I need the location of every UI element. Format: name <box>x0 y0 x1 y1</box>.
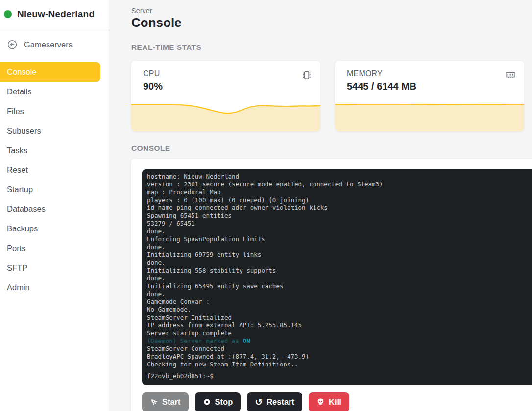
arrow-left-circle-icon <box>7 39 18 50</box>
sidebar-item-tasks[interactable]: Tasks <box>0 140 109 160</box>
console-line: Enforcing SpawnPopulation Limits <box>147 235 532 243</box>
sidebar-nav: ConsoleDetailsFilesSubusersTasksResetSta… <box>0 62 109 297</box>
console-line: id name ping connected addr owner violat… <box>147 204 532 212</box>
rocket-icon <box>150 398 158 406</box>
stop-icon <box>203 398 211 406</box>
console-section-title: CONSOLE <box>131 144 532 153</box>
console-line: Server startup complete <box>147 329 532 337</box>
stat-card-memory: MEMORY5445 / 6144 MB <box>335 61 524 131</box>
sidebar-item-ports[interactable]: Ports <box>0 238 109 258</box>
console-line: Gamemode Convar : <box>147 298 532 306</box>
stop-button[interactable]: Stop <box>195 392 241 411</box>
sidebar-item-reset[interactable]: Reset <box>0 160 109 180</box>
sidebar-item-admin[interactable]: Admin <box>0 277 109 297</box>
sidebar: Nieuw-Nederland Gameservers ConsoleDetai… <box>0 0 109 411</box>
console-line: done. <box>147 228 532 235</box>
console-line: done. <box>147 290 532 298</box>
console-line: Spawning 65451 entities <box>147 212 532 220</box>
back-to-gameservers-link[interactable]: Gameservers <box>0 28 109 50</box>
console-card: hostname: Nieuw-Nederlandversion : 2301 … <box>131 159 532 411</box>
sparkline-chart <box>335 103 524 131</box>
console-line: done. <box>147 243 532 251</box>
back-link-label: Gameservers <box>24 40 73 49</box>
console-line: done. <box>147 259 532 267</box>
console-line: Checking for new Steam Item Definitions.… <box>147 361 532 368</box>
skull-icon <box>316 398 325 406</box>
console-line: (Daemon) Server marked as ON <box>147 337 532 345</box>
start-button[interactable]: Start <box>142 392 189 411</box>
console-line: SteamServer Connected <box>147 345 532 353</box>
page-title: Console <box>131 16 532 30</box>
restart-button[interactable]: ↺Restart <box>247 392 302 411</box>
sidebar-item-files[interactable]: Files <box>0 101 109 121</box>
sidebar-item-startup[interactable]: Startup <box>0 180 109 199</box>
stat-card-label: MEMORY <box>347 69 416 78</box>
console-line: players : 0 (100 max) (0 queued) (0 join… <box>147 196 532 204</box>
sidebar-item-databases[interactable]: Databases <box>0 199 109 219</box>
console-line: Initializing 69759 entity links <box>147 251 532 259</box>
console-line: IP address from external API: 5.255.85.1… <box>147 321 532 329</box>
terminal-output: hostname: Nieuw-Nederlandversion : 2301 … <box>147 173 532 368</box>
stat-card-label: CPU <box>143 69 163 78</box>
sidebar-item-details[interactable]: Details <box>0 82 109 101</box>
stats-section-title: REAL-TIME STATS <box>131 43 532 52</box>
sidebar-item-subusers[interactable]: Subusers <box>0 121 109 140</box>
main-content: Server Console REAL-TIME STATS CPU90%MEM… <box>110 0 532 411</box>
sidebar-item-console[interactable]: Console <box>0 62 100 82</box>
button-label: Restart <box>266 397 294 407</box>
console-line: 53279 / 65451 <box>147 220 532 228</box>
console-prompt: f22ovb_eb02d851:~$ <box>147 372 532 380</box>
stats-cards: CPU90%MEMORY5445 / 6144 MB <box>131 61 532 131</box>
restart-icon: ↺ <box>255 397 263 407</box>
sidebar-item-backups[interactable]: Backups <box>0 219 109 238</box>
console-line: map : Procedural Map <box>147 188 532 196</box>
console-line: Initializing 65495 entity save caches <box>147 282 532 290</box>
console-line: hostname: Nieuw-Nederland <box>147 173 532 181</box>
server-status-dot <box>4 10 12 18</box>
stat-card-cpu: CPU90% <box>131 61 320 131</box>
stat-card-value: 90% <box>143 81 163 92</box>
console-line: version : 2301 secure (secure mode enabl… <box>147 181 532 188</box>
page-eyebrow: Server <box>131 7 532 15</box>
console-line: BradleyAPC Spawned at :(877.4, 31.2, -47… <box>147 353 532 361</box>
server-name: Nieuw-Nederland <box>17 9 95 20</box>
sparkline-chart <box>131 103 320 131</box>
server-brand: Nieuw-Nederland <box>0 0 109 20</box>
power-buttons: StartStop↺RestartKill <box>142 392 532 411</box>
ram-icon <box>505 69 516 83</box>
console-line: done. <box>147 274 532 282</box>
cpu-chip-icon <box>301 69 313 83</box>
console-line: SteamServer Initialized <box>147 314 532 321</box>
terminal[interactable]: hostname: Nieuw-Nederlandversion : 2301 … <box>142 169 532 385</box>
button-label: Stop <box>215 397 233 407</box>
button-label: Kill <box>329 397 341 407</box>
stat-card-value: 5445 / 6144 MB <box>347 81 416 92</box>
kill-button[interactable]: Kill <box>309 392 349 411</box>
sidebar-item-sftp[interactable]: SFTP <box>0 258 109 277</box>
console-line: Initializing 558 stability supports <box>147 267 532 274</box>
console-line: No Gamemode. <box>147 306 532 314</box>
button-label: Start <box>162 397 181 407</box>
